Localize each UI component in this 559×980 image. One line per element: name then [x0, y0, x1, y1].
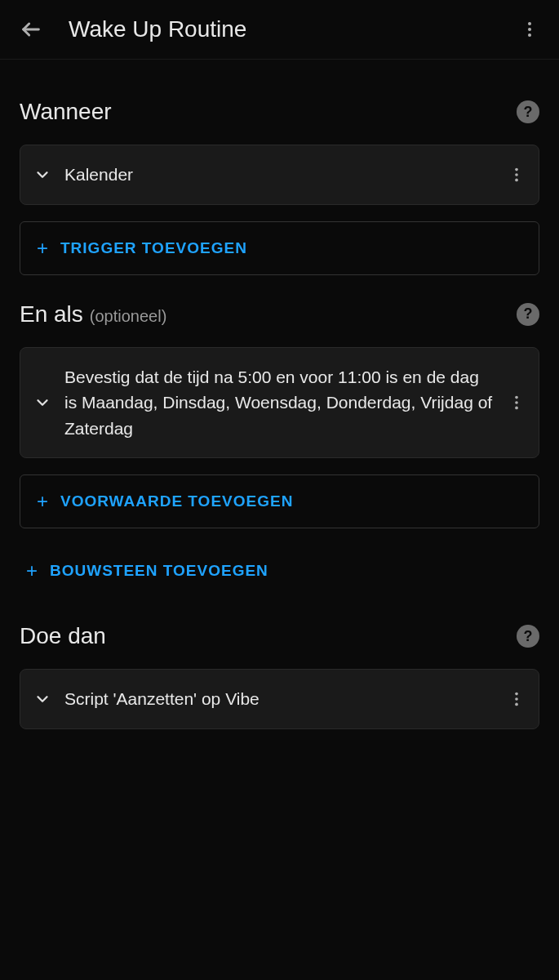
svg-point-4: [515, 168, 518, 172]
more-vertical-icon: [508, 394, 526, 412]
card-label: Script 'Aanzetten' op Vibe: [64, 686, 495, 712]
app-header: Wake Up Routine: [0, 0, 559, 60]
svg-point-2: [528, 28, 531, 31]
plus-icon: +: [37, 490, 49, 513]
more-vertical-icon: [520, 20, 539, 39]
question-icon: ?: [524, 305, 533, 323]
chevron-down-icon: [33, 394, 51, 412]
section-title: En als: [20, 301, 83, 327]
card-more-button[interactable]: [508, 166, 526, 184]
svg-point-8: [515, 401, 518, 404]
svg-point-12: [515, 702, 518, 706]
question-icon: ?: [524, 628, 533, 645]
plus-icon: +: [37, 237, 49, 260]
svg-point-7: [515, 396, 518, 399]
arrow-left-icon: [20, 18, 42, 41]
section-header: Wanneer ?: [20, 99, 539, 125]
more-vertical-icon: [508, 166, 526, 184]
page-title: Wake Up Routine: [69, 16, 494, 42]
svg-point-11: [515, 697, 518, 701]
section-title: Wanneer: [20, 99, 112, 125]
chevron-down-icon: [33, 690, 51, 708]
more-vertical-icon: [508, 690, 526, 708]
add-block-label: BOUWSTEEN TOEVOEGEN: [50, 562, 268, 580]
section-header: En als (optioneel) ?: [20, 301, 539, 327]
add-trigger-button[interactable]: + TRIGGER TOEVOEGEN: [20, 221, 539, 275]
add-condition-label: VOORWAARDE TOEVOEGEN: [60, 492, 293, 510]
help-button[interactable]: ?: [517, 303, 539, 326]
action-card-script[interactable]: Script 'Aanzetten' op Vibe: [20, 669, 539, 729]
svg-point-10: [515, 693, 518, 696]
svg-point-3: [528, 33, 531, 37]
card-label: Kalender: [64, 162, 495, 188]
section-and-if: En als (optioneel) ? Bevestig dat de tij…: [20, 301, 539, 598]
add-trigger-label: TRIGGER TOEVOEGEN: [60, 239, 247, 257]
section-header: Doe dan ?: [20, 623, 539, 649]
add-condition-button[interactable]: + VOORWAARDE TOEVOEGEN: [20, 474, 539, 528]
svg-point-9: [515, 406, 518, 409]
svg-point-5: [515, 173, 518, 176]
header-more-button[interactable]: [520, 20, 539, 39]
add-block-button[interactable]: + BOUWSTEEN TOEVOEGEN: [20, 545, 539, 597]
condition-text: Bevestig dat de tijd na 5:00 en voor 11:…: [64, 364, 495, 442]
plus-icon: +: [26, 559, 38, 582]
condition-card[interactable]: Bevestig dat de tijd na 5:00 en voor 11:…: [20, 347, 539, 459]
section-then: Doe dan ? Script 'Aanzetten' op Vibe: [20, 623, 539, 729]
card-more-button[interactable]: [508, 394, 526, 412]
svg-point-6: [515, 178, 518, 181]
svg-point-1: [528, 22, 531, 25]
help-button[interactable]: ?: [517, 100, 539, 123]
chevron-down-icon: [33, 166, 51, 184]
help-button[interactable]: ?: [517, 625, 539, 648]
section-when: Wanneer ? Kalender + TRIGGER TOEVOEGEN: [20, 99, 539, 275]
back-button[interactable]: [20, 18, 42, 41]
section-subtitle: (optioneel): [90, 307, 167, 326]
trigger-card-calendar[interactable]: Kalender: [20, 145, 539, 205]
card-more-button[interactable]: [508, 690, 526, 708]
question-icon: ?: [524, 104, 533, 121]
section-title: Doe dan: [20, 623, 106, 649]
